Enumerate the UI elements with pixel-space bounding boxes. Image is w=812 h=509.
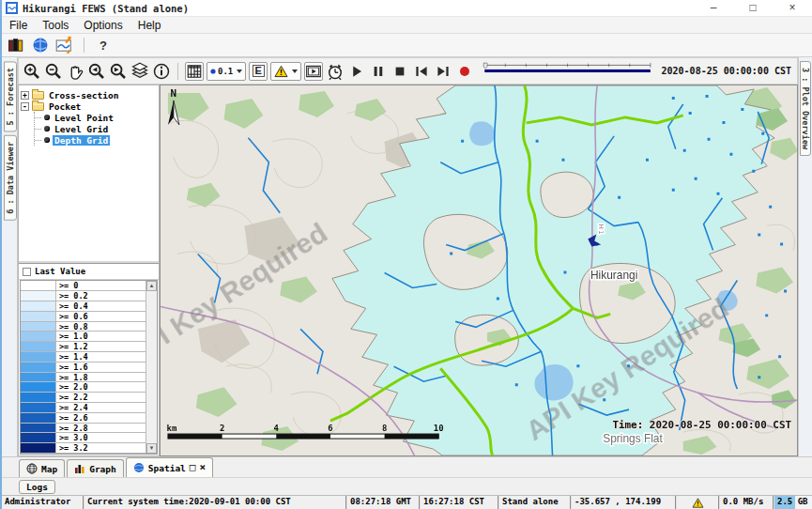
status-memory-usage: 2.5 GB [774, 496, 812, 509]
legend-swatch [21, 322, 56, 332]
legend-swatch [21, 413, 56, 423]
legend-swatch [21, 281, 56, 290]
legend-row: >= 2.4 [21, 403, 146, 413]
folder-icon [32, 91, 44, 100]
scroll-up-icon[interactable]: ▲ [146, 281, 157, 291]
legend-row: >= 3.0 [21, 433, 146, 443]
skip-to-start-button[interactable] [412, 62, 431, 81]
tab-maximize-button[interactable]: □ [190, 463, 196, 472]
tab-data-viewer[interactable]: 6 : Data Viewer [4, 135, 17, 221]
status-system-time: Current system time:2020-09-01 00:00 CST [84, 496, 347, 509]
tab-forecast[interactable]: 5 : Forecast [4, 61, 17, 131]
svg-text:10: 10 [434, 424, 444, 433]
legend-swatch [21, 291, 56, 301]
logs-button[interactable]: Logs [19, 480, 55, 494]
zoom-next-icon[interactable] [109, 62, 128, 81]
legend-scrollbar[interactable]: ▲ ▼ [146, 281, 157, 454]
legend-row: >= 0.4 [21, 301, 146, 312]
scroll-down-icon[interactable]: ▼ [146, 443, 157, 454]
contour-threshold-dropdown[interactable]: 0.1 [207, 62, 246, 81]
legend-row: >= 0.6 [21, 312, 146, 322]
zoom-in-icon[interactable] [23, 62, 41, 81]
toolbar-separator [84, 38, 84, 53]
tree-node-level-point[interactable]: Level Point [35, 112, 157, 123]
legend-row: >= 1.2 [21, 342, 146, 352]
svg-text:8: 8 [382, 424, 387, 433]
animation-button[interactable] [304, 62, 323, 81]
zoom-previous-icon[interactable] [87, 62, 106, 81]
legend-swatch [21, 424, 56, 433]
legend-swatch [21, 382, 56, 392]
timer-icon[interactable] [326, 62, 345, 81]
warning-threshold-dropdown[interactable] [270, 62, 301, 81]
svg-text:N: N [171, 87, 177, 100]
legend-swatch [21, 301, 56, 311]
application-window: Hikurangi FEWS (Stand alone) – □ × File … [0, 0, 812, 509]
menu-file[interactable]: File [2, 18, 35, 33]
application-toolbar: ? [2, 34, 812, 57]
close-button[interactable]: × [773, 0, 812, 16]
grid-display-icon[interactable] [7, 37, 25, 54]
map-canvas[interactable]: API Key Required API Key Required N Hiku… [160, 85, 798, 456]
tab-close-button[interactable]: × [199, 463, 206, 472]
tree-node-cross-section[interactable]: + Cross-section [21, 89, 157, 100]
tab-graph[interactable]: Graph [67, 459, 124, 477]
last-value-checkbox[interactable] [23, 268, 31, 276]
menu-tools[interactable]: Tools [35, 18, 76, 33]
help-button[interactable]: ? [94, 39, 113, 53]
svg-text:6: 6 [328, 424, 332, 433]
record-button[interactable] [455, 62, 474, 81]
legend-panel: Last Value >= 0 >= 0.2 >= 0.4 >= 0.6 >= … [19, 263, 159, 455]
current-time-display: 2020-08-25 00:00:00 CST [662, 66, 793, 76]
layers-icon[interactable] [130, 62, 149, 81]
left-tab-strip: 5 : Forecast 6 : Data Viewer [2, 57, 18, 456]
status-transfer-rate: 0.0 MB/s [720, 496, 774, 509]
legend-swatch [21, 393, 56, 402]
last-value-label: Last Value [35, 267, 85, 276]
layer-tree: + Cross-section - Pocket Level Point Lev… [19, 85, 159, 263]
legend-row: >= 0 [21, 281, 146, 291]
legend-row: >= 1.0 [21, 332, 146, 342]
pan-hand-icon[interactable] [66, 62, 84, 81]
wireframe-globe-icon [26, 463, 38, 474]
grid-layer-button[interactable] [185, 62, 204, 81]
tree-node-level-grid[interactable]: Level Grid [35, 123, 157, 134]
app-logo-icon [6, 2, 18, 14]
svg-text:2: 2 [220, 424, 224, 433]
maximize-button[interactable]: □ [733, 0, 773, 16]
menu-options[interactable]: Options [76, 18, 130, 33]
time-slider[interactable] [483, 61, 652, 82]
info-icon[interactable] [152, 62, 171, 81]
slider-handle[interactable] [483, 63, 487, 69]
caret-down-icon [237, 69, 242, 73]
tab-map[interactable]: Map [19, 459, 65, 477]
tree-expander[interactable]: - [21, 102, 29, 111]
status-warning-icon[interactable] [677, 496, 720, 509]
tree-node-depth-grid[interactable]: Depth Grid [35, 134, 157, 146]
tab-plot-overview[interactable]: 3 : Plot Overview [800, 61, 811, 156]
tree-expander[interactable]: + [21, 91, 29, 100]
legend-row: >= 1.4 [21, 352, 146, 362]
tree-node-pocket[interactable]: - Pocket [21, 100, 157, 112]
legend-swatch [21, 312, 56, 321]
legend-row: >= 2.0 [21, 382, 146, 393]
classification-button[interactable]: E [249, 62, 268, 81]
bar-chart-icon [74, 463, 85, 474]
menu-help[interactable]: Help [130, 18, 169, 33]
legend-swatch [21, 403, 56, 412]
pause-button[interactable] [369, 62, 388, 81]
right-tab-strip: 3 : Plot Overview [798, 57, 812, 456]
profile-display-icon[interactable] [55, 37, 74, 54]
zoom-out-icon[interactable] [44, 62, 63, 81]
folder-icon [32, 102, 44, 111]
legend-swatch [21, 342, 56, 351]
status-bar: Administrator Current system time:2020-0… [2, 495, 812, 509]
tab-spatial[interactable]: Spatial □ × [126, 457, 213, 477]
map-display-icon[interactable] [31, 37, 50, 54]
status-user: Administrator [2, 496, 84, 509]
minimize-button[interactable]: – [694, 0, 733, 16]
skip-to-end-button[interactable] [434, 62, 452, 81]
map-toolbar: 0.1 E [18, 57, 798, 85]
stop-button[interactable] [391, 62, 409, 81]
play-button[interactable] [347, 62, 366, 81]
